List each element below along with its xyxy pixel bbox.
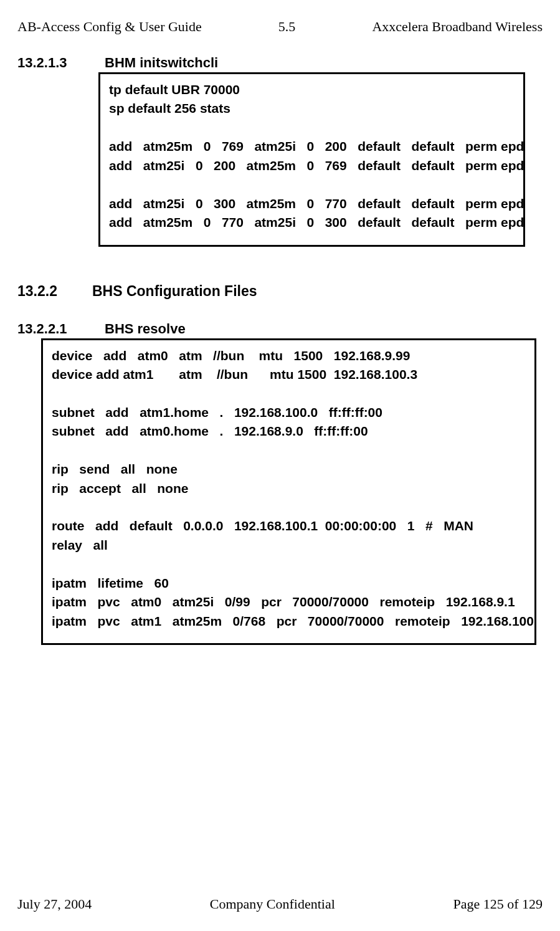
section-number: 13.2.2.1 — [17, 321, 105, 337]
bhs-resolve-code: device add atm0 atm //bun mtu 1500 192.1… — [41, 338, 536, 646]
section-13-2-2-1: 13.2.2.1 BHS resolve — [17, 321, 543, 337]
page-footer: July 27, 2004 Company Confidential Page … — [17, 896, 543, 912]
section-number: 13.2.2 — [17, 283, 92, 300]
footer-date: July 27, 2004 — [17, 896, 92, 912]
header-left: AB-Access Config & User Guide — [17, 19, 202, 35]
section-title: BHS Configuration Files — [92, 283, 257, 300]
bhm-initswitchcli-code: tp default UBR 70000 sp default 256 stat… — [98, 72, 525, 247]
page-header: AB-Access Config & User Guide 5.5 Axxcel… — [17, 19, 543, 35]
footer-confidential: Company Confidential — [210, 896, 335, 912]
section-13-2-2: 13.2.2 BHS Configuration Files — [17, 283, 543, 300]
section-title: BHM initswitchcli — [105, 55, 218, 71]
section-title: BHS resolve — [105, 321, 186, 337]
section-13-2-1-3: 13.2.1.3 BHM initswitchcli — [17, 55, 543, 71]
header-center: 5.5 — [278, 19, 296, 35]
header-right: Axxcelera Broadband Wireless — [372, 19, 543, 35]
footer-page: Page 125 of 129 — [453, 896, 543, 912]
section-number: 13.2.1.3 — [17, 55, 105, 71]
